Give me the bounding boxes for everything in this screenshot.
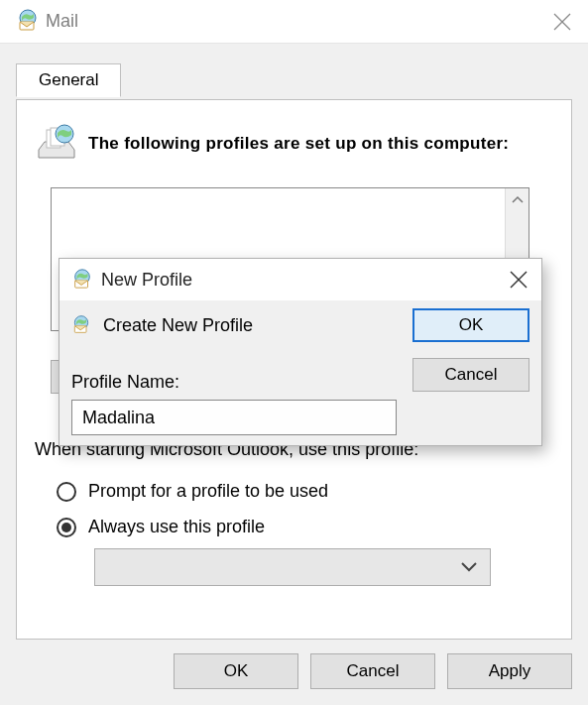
profile-name-label: Profile Name:	[71, 372, 179, 393]
mail-icon	[71, 314, 91, 337]
radio-off-icon	[57, 482, 76, 502]
apply-button[interactable]: Apply	[447, 653, 572, 689]
mail-icon	[71, 268, 93, 293]
tab-strip: General	[16, 63, 572, 97]
close-icon[interactable]	[508, 269, 529, 291]
radio-always[interactable]: Always use this profile	[57, 517, 265, 537]
mail-title: Mail	[46, 11, 78, 32]
profile-name-input[interactable]	[71, 400, 397, 435]
profiles-section-text: The following profiles are set up on thi…	[88, 134, 509, 154]
new-profile-body: Create New Profile Profile Name: OK Canc…	[59, 300, 541, 445]
new-profile-dialog: New Profile Create New Profile	[59, 258, 542, 446]
cancel-button[interactable]: Cancel	[310, 653, 435, 689]
radio-on-icon	[57, 518, 76, 537]
new-profile-titlebar: New Profile	[59, 259, 541, 300]
ok-button[interactable]: OK	[412, 308, 529, 342]
radio-prompt-label: Prompt for a profile to be used	[88, 481, 328, 502]
ok-button[interactable]: OK	[174, 653, 298, 689]
tab-general[interactable]: General	[16, 63, 121, 97]
profiles-section-header: The following profiles are set up on thi…	[35, 120, 553, 167]
cancel-button[interactable]: Cancel	[412, 358, 529, 392]
radio-prompt[interactable]: Prompt for a profile to be used	[57, 481, 328, 502]
chevron-down-icon	[460, 561, 478, 573]
new-profile-heading-row: Create New Profile	[71, 314, 253, 337]
default-profile-dropdown[interactable]	[94, 548, 491, 586]
chevron-up-icon[interactable]	[511, 194, 525, 204]
radio-always-label: Always use this profile	[88, 517, 265, 537]
mail-icon	[16, 8, 40, 35]
new-profile-heading: Create New Profile	[103, 315, 253, 336]
mail-dialog: Mail General The	[0, 0, 588, 705]
profiles-icon	[35, 120, 78, 167]
mail-titlebar: Mail	[0, 0, 588, 44]
new-profile-title: New Profile	[101, 270, 192, 291]
dialog-footer: OK Cancel Apply	[174, 653, 572, 689]
close-icon[interactable]	[550, 10, 574, 34]
